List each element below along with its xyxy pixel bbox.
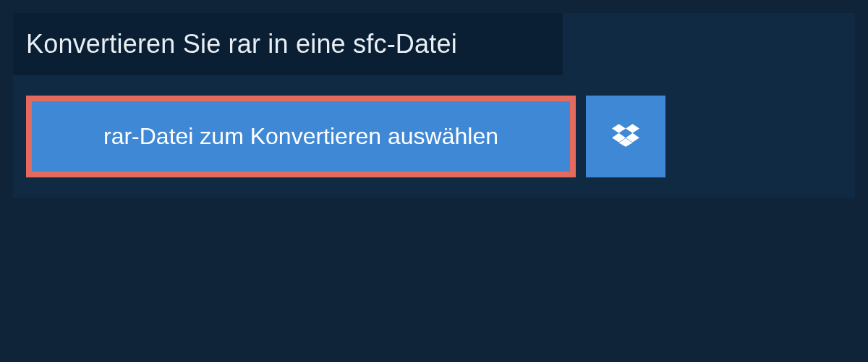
dropbox-icon — [612, 122, 639, 152]
dropbox-button[interactable] — [586, 96, 665, 177]
select-file-label: rar-Datei zum Konvertieren auswählen — [103, 123, 498, 150]
select-file-button[interactable]: rar-Datei zum Konvertieren auswählen — [26, 96, 576, 177]
panel-header: Konvertieren Sie rar in eine sfc-Datei — [13, 13, 563, 75]
action-row: rar-Datei zum Konvertieren auswählen — [13, 75, 855, 177]
page-title: Konvertieren Sie rar in eine sfc-Datei — [26, 29, 541, 59]
converter-panel: Konvertieren Sie rar in eine sfc-Datei r… — [13, 13, 855, 198]
